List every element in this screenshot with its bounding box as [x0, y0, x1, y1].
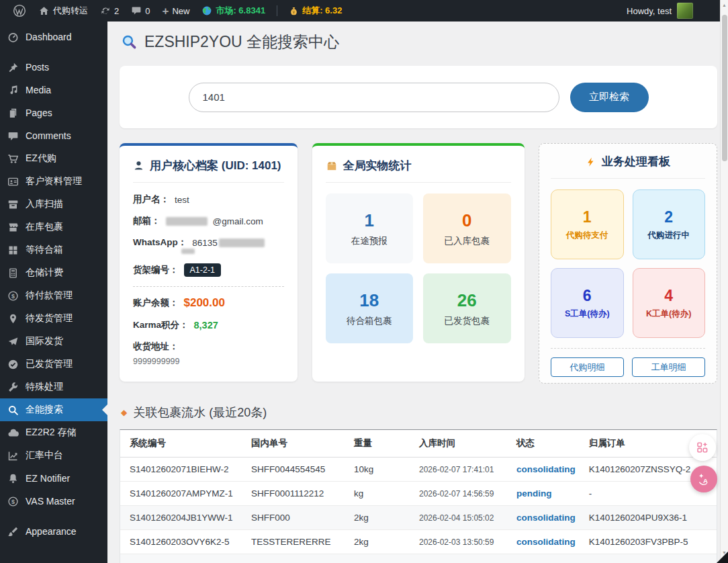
- settlement-rate-text: 结算: 6.32: [302, 5, 342, 17]
- media-icon: [6, 83, 19, 97]
- wordpress-logo-icon[interactable]: [7, 0, 32, 21]
- email-field: 邮箱： @gmail.com: [133, 215, 284, 227]
- site-menu[interactable]: 代购转运: [32, 0, 94, 21]
- updates-menu[interactable]: 2: [94, 0, 125, 21]
- sidebar-item-intl-shipping[interactable]: 国际发货: [0, 330, 107, 353]
- sidebar-item-pages[interactable]: Pages: [0, 101, 107, 124]
- divider: [133, 286, 284, 287]
- bell-icon: [6, 472, 19, 485]
- ticket-detail-button[interactable]: 工单明细: [632, 357, 705, 377]
- archive-box-icon: [6, 198, 19, 211]
- sidebar-item-special-handling[interactable]: 特殊处理: [0, 376, 107, 398]
- scroll-up-arrow[interactable]: ▲: [722, 3, 727, 7]
- builder-fab-button[interactable]: [689, 434, 716, 461]
- sidebar-item-pending-payment[interactable]: $ 待付款管理: [0, 284, 107, 307]
- redacted-email: [166, 217, 208, 226]
- search-icon: [6, 403, 19, 417]
- blocks-sparkle-icon: [696, 441, 709, 454]
- main-content: EZSHIP2YOU 全能搜索中心 立即检索 用户核心档案 (UID: 1401…: [107, 21, 728, 563]
- sidebar-item-dashboard[interactable]: Dashboard: [0, 26, 107, 48]
- sidebar-item-inbound-scan[interactable]: 入库扫描: [0, 193, 107, 216]
- sidebar-item-ez-daigou[interactable]: EZ代购: [0, 147, 107, 170]
- sidebar-item-appearance[interactable]: Appearance: [0, 520, 107, 543]
- dashboard-icon: [6, 30, 19, 44]
- search-button[interactable]: 立即检索: [570, 83, 649, 112]
- shelf-field: 货架编号： A1-2-1: [133, 263, 284, 277]
- market-rate-text: 市场: 6.8341: [216, 5, 265, 17]
- table-row: S1401260203B2QO68-4 TEST 2kg 2026-02-03 …: [120, 554, 717, 563]
- table-row: S1401260207AMPYMZ-1 SHFF0001112212 kg 20…: [120, 482, 717, 506]
- board-card-title: 业务处理看板: [551, 154, 705, 179]
- check-circle-icon: [6, 357, 19, 371]
- karma-value: 8,327: [194, 320, 218, 331]
- balance-field: 账户余额： $200.00: [133, 296, 284, 310]
- scrollbar-thumb[interactable]: [722, 15, 727, 161]
- table-row: S14012602071BIEHW-2 SHFF0044554545 10kg …: [120, 458, 717, 482]
- daigou-detail-button[interactable]: 代购明细: [551, 357, 624, 377]
- stats-card-title: 全局实物统计: [326, 158, 511, 183]
- updates-icon: [100, 5, 111, 16]
- user-icon: [133, 160, 144, 171]
- board-buttons: 代购明细 工单明细: [551, 357, 705, 377]
- sidebar-item-posts[interactable]: Posts: [0, 56, 107, 79]
- sidebar-item-await-consolidation[interactable]: 等待合箱: [0, 239, 107, 261]
- comment-icon: [131, 5, 142, 16]
- svg-text:A: A: [703, 477, 708, 484]
- translate-fab-button[interactable]: A: [690, 466, 717, 492]
- calculator-icon: [6, 266, 19, 279]
- stats-grid: 1 在途预报 0 已入库包裹 18 待合箱包裹 26 已发货包裹: [326, 193, 511, 343]
- new-menu[interactable]: + New: [156, 0, 195, 21]
- comments-menu[interactable]: 0: [125, 0, 156, 21]
- svg-text:$: $: [11, 292, 15, 299]
- table-row: S1401260203OVY6K2-5 TESSTERERERRE 2kg 20…: [120, 530, 717, 554]
- dollar-circle-icon: $: [6, 289, 19, 302]
- sidebar-item-ez2r2-storage[interactable]: EZ2R2 存储: [0, 421, 107, 444]
- package-icon: [326, 160, 338, 172]
- email-domain: @gmail.com: [213, 216, 263, 226]
- site-name: 代购转运: [53, 5, 88, 17]
- board-pending-pay: 1 代购待支付: [551, 189, 624, 259]
- stat-inbound: 0 已入库包裹: [423, 193, 511, 263]
- pin-icon: [6, 60, 19, 74]
- sidebar-item-customer-data[interactable]: 客户资料管理: [0, 170, 107, 193]
- sidebar-item-shipped[interactable]: 已发货管理: [0, 353, 107, 376]
- business-board-card: 业务处理看板 1 代购待支付 2 代购进行中 6 S工单(待办) 4 K工单(待…: [539, 143, 717, 384]
- diamond-icon: ◆: [121, 408, 127, 417]
- grid-icon: [6, 243, 19, 257]
- username-field: 用户名： test: [133, 193, 284, 206]
- global-stats-card: 全局实物统计 1 在途预报 0 已入库包裹 18 待合箱包裹 26 已发货包裹: [312, 143, 525, 382]
- sidebar-item-vas-master[interactable]: $ VAS Master: [0, 490, 107, 513]
- admin-bar-divider: [277, 5, 277, 16]
- howdy-text[interactable]: Howdy, test: [627, 6, 672, 16]
- table-row: S1401260204JB1YWW-1 SHFF000 2kg 2026-02-…: [120, 506, 717, 530]
- avatar[interactable]: [677, 3, 693, 19]
- sidebar-item-in-stock[interactable]: 在库包裹: [0, 216, 107, 239]
- board-in-progress: 2 代购进行中: [633, 189, 706, 259]
- page-scrollbar[interactable]: ▲ ▼: [720, 0, 728, 563]
- market-rate[interactable]: 市场: 6.8341: [195, 0, 271, 21]
- sidebar-item-storage-billing[interactable]: 仓储计费: [0, 261, 107, 284]
- user-profile-card: 用户核心档案 (UID: 1401) 用户名： test 邮箱： @gmail.…: [120, 143, 298, 382]
- comments-count: 0: [145, 6, 150, 16]
- sidebar-item-omni-search[interactable]: 全能搜索: [0, 398, 107, 421]
- globe-icon: [201, 5, 212, 16]
- sidebar-item-ez-notifier[interactable]: EZ Notifier: [0, 467, 107, 490]
- home-icon: [38, 5, 50, 17]
- settlement-rate[interactable]: 结算: 6.32: [283, 0, 348, 21]
- pages-icon: [6, 106, 19, 120]
- lightning-icon: [586, 157, 596, 167]
- plane-icon: [6, 335, 19, 348]
- summary-cards-row: 用户核心档案 (UID: 1401) 用户名： test 邮箱： @gmail.…: [120, 143, 717, 384]
- search-input[interactable]: [189, 83, 559, 112]
- sidebar-item-media[interactable]: Media: [0, 79, 107, 101]
- divider: [551, 348, 705, 349]
- table-header-row: 系统编号 国内单号 重量 入库时间 状态 归属订单: [120, 430, 717, 458]
- new-label: New: [172, 6, 189, 16]
- sidebar-item-fx-hub[interactable]: 汇率中台: [0, 444, 107, 467]
- sidebar-item-comments[interactable]: Comments: [0, 124, 107, 147]
- menu-separator: [0, 48, 107, 56]
- sidebar-item-pending-shipment[interactable]: 待发货管理: [0, 307, 107, 330]
- stat-shipped: 26 已发货包裹: [423, 273, 511, 343]
- admin-sidebar: Dashboard Posts Media Pages Comments EZ代…: [0, 21, 107, 563]
- address-label-row: 收货地址：: [133, 341, 284, 353]
